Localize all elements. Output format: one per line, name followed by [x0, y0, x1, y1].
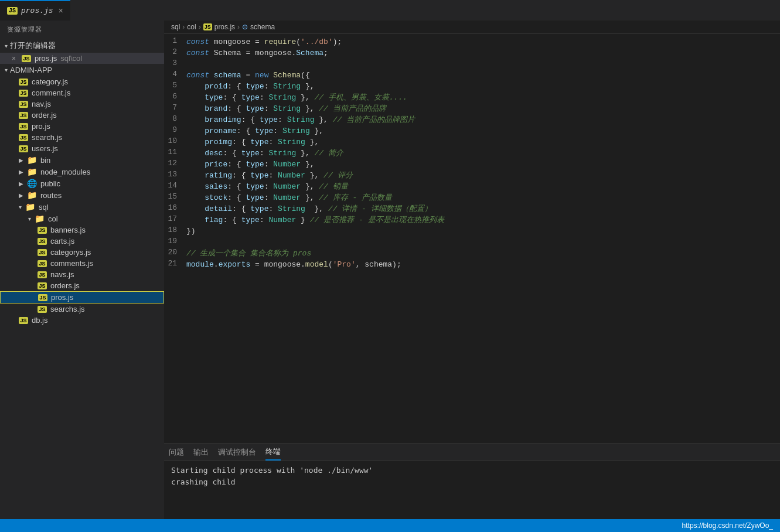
folder-arrow: ▶ [19, 157, 23, 163]
sidebar-item-db[interactable]: JS db.js [0, 315, 164, 326]
sidebar: 资源管理器 ▾ 打开的编辑器 × JS pros.js sql\col ▾ AD… [0, 21, 164, 519]
open-editors-section[interactable]: ▾ 打开的编辑器 [0, 39, 164, 53]
line-num: 9 [164, 125, 186, 134]
sidebar-item-categorys[interactable]: JS categorys.js [0, 247, 164, 258]
line-num: 1 [164, 36, 186, 45]
terminal-content: Starting child process with 'node ./bin/… [164, 461, 780, 519]
folder-icon: 📁 [27, 167, 37, 176]
line-content: rating: { type: Number }, // 评分 [186, 170, 353, 181]
sidebar-item-nav[interactable]: JS nav.js [0, 98, 164, 110]
sidebar-item-category[interactable]: JS category.js [0, 76, 164, 87]
line-content: proname: { type: String }, [186, 125, 323, 137]
main-layout: 资源管理器 ▾ 打开的编辑器 × JS pros.js sql\col ▾ AD… [0, 21, 780, 519]
terminal-tab-problems[interactable]: 问题 [169, 445, 184, 460]
status-url: https://blog.csdn.net/ZywOo_ [682, 521, 773, 530]
code-editor[interactable]: 1 const mongoose = require('../db'); 2 c… [164, 34, 780, 443]
breadcrumb-schema: schema [250, 23, 275, 31]
admin-app-label: ADMIN-APP [10, 66, 52, 74]
open-file-item[interactable]: × JS pros.js sql\col [0, 53, 164, 64]
file-name: comments.js [50, 259, 93, 268]
terminal-line-1: Starting child process with 'node ./bin/… [171, 465, 773, 476]
close-tab-button[interactable]: × [59, 6, 63, 16]
file-name: carts.js [50, 237, 74, 245]
code-line-5: 5 proid: { type: String }, [164, 81, 780, 92]
terminal-tab-debug[interactable]: 调试控制台 [218, 445, 256, 460]
js-icon: JS [22, 55, 31, 62]
sidebar-item-col[interactable]: ▾ 📁 col [0, 213, 164, 224]
open-editors-arrow: ▾ [5, 43, 8, 49]
breadcrumb: sql › col › JS pros.js › ⊙ schema [164, 21, 780, 34]
breadcrumb-js-badge: JS [203, 23, 212, 30]
sidebar-item-comment[interactable]: JS comment.js [0, 87, 164, 98]
line-content: const mongoose = require('../db'); [186, 36, 342, 47]
code-line-10: 10 proimg: { type: String }, [164, 137, 780, 148]
sidebar-item-bin[interactable]: ▶ 📁 bin [0, 154, 164, 166]
sidebar-item-searchs[interactable]: JS searchs.js [0, 303, 164, 315]
code-line-2: 2 const Schema = mongoose.Schema; [164, 47, 780, 59]
sidebar-item-node-modules[interactable]: ▶ 📁 node_modules [0, 166, 164, 178]
line-num: 21 [164, 259, 186, 268]
js-icon: JS [19, 134, 28, 141]
file-name: banners.js [50, 226, 86, 234]
js-icon: JS [19, 112, 28, 119]
js-icon: JS [38, 238, 47, 245]
folder-arrow: ▶ [19, 180, 23, 187]
admin-app-section[interactable]: ▾ ADMIN-APP [0, 64, 164, 76]
line-content [186, 237, 191, 248]
line-num: 2 [164, 47, 186, 56]
js-icon: JS [38, 260, 47, 267]
sidebar-item-sql[interactable]: ▾ 📁 sql [0, 201, 164, 213]
sidebar-item-public[interactable]: ▶ 🌐 public [0, 178, 164, 189]
sidebar-item-users[interactable]: JS users.js [0, 143, 164, 154]
file-name: categorys.js [50, 248, 91, 257]
open-file-path: sql\col [60, 54, 82, 63]
line-content: // 生成一个集合 集合名称为 pros [186, 248, 311, 259]
js-icon: JS [19, 317, 28, 324]
line-num: 18 [164, 226, 186, 234]
folder-arrow: ▶ [19, 169, 23, 175]
line-content: flag: { type: Number } // 是否推荐 - 是不是出现在热… [186, 214, 444, 226]
file-name: navs.js [50, 270, 74, 279]
file-name: bin [40, 156, 50, 165]
js-icon: JS [19, 90, 28, 97]
file-name: category.js [32, 77, 68, 86]
sidebar-item-pros[interactable]: JS pros.js [0, 291, 164, 303]
file-name: users.js [32, 144, 58, 153]
js-icon: JS [19, 101, 28, 108]
line-num: 6 [164, 92, 186, 101]
sidebar-item-comments[interactable]: JS comments.js [0, 258, 164, 269]
code-line-17: 17 flag: { type: Number } // 是否推荐 - 是不是出… [164, 214, 780, 226]
sidebar-item-carts[interactable]: JS carts.js [0, 236, 164, 247]
line-content: detail: { type: String }, // 详情 - 详细数据（配… [186, 203, 432, 214]
close-open-file[interactable]: × [12, 54, 16, 63]
terminal-tab-terminal[interactable]: 终端 [265, 444, 281, 461]
folder-arrow: ▶ [19, 192, 23, 199]
sidebar-item-banners[interactable]: JS banners.js [0, 224, 164, 236]
js-icon: JS [38, 249, 47, 256]
file-name: pro.js [32, 122, 50, 131]
sidebar-item-pro[interactable]: JS pro.js [0, 121, 164, 132]
terminal-tab-output[interactable]: 输出 [193, 445, 209, 460]
line-content: const Schema = mongoose.Schema; [186, 47, 328, 59]
sidebar-item-order[interactable]: JS order.js [0, 110, 164, 121]
tab-label: pros.js [21, 6, 53, 15]
sidebar-item-navs[interactable]: JS navs.js [0, 269, 164, 280]
code-line-12: 12 price: { type: Number }, [164, 159, 780, 170]
js-icon: JS [38, 227, 47, 234]
tab-bar: JS pros.js × [0, 0, 780, 21]
code-line-15: 15 stock: { type: Number }, // 库存 - 产品数量 [164, 192, 780, 203]
code-line-18: 18 }) [164, 226, 780, 237]
file-name: db.js [32, 316, 47, 325]
sidebar-item-orders[interactable]: JS orders.js [0, 280, 164, 291]
line-num: 20 [164, 248, 186, 257]
line-content: type: { type: String }, // 手机、男装、女装.... [186, 92, 407, 103]
folder-icon: 📁 [25, 202, 35, 212]
code-line-13: 13 rating: { type: Number }, // 评分 [164, 170, 780, 181]
file-name: nav.js [32, 100, 51, 108]
terminal-section: 问题 输出 调试控制台 终端 Starting child process wi… [164, 443, 780, 519]
js-badge: JS [7, 7, 18, 15]
tab-pros-js[interactable]: JS pros.js × [0, 0, 70, 21]
sidebar-item-search[interactable]: JS search.js [0, 132, 164, 143]
file-name: search.js [32, 133, 62, 142]
sidebar-item-routes[interactable]: ▶ 📁 routes [0, 189, 164, 201]
